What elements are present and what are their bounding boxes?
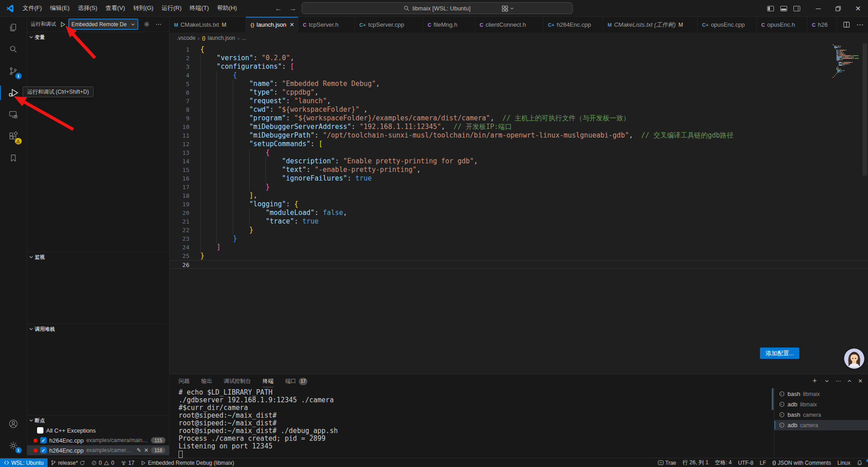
more-actions-icon[interactable]: ⋯ bbox=[856, 20, 863, 29]
window-minimize-button[interactable]: ─ bbox=[808, 0, 828, 17]
search-icon[interactable] bbox=[0, 38, 27, 60]
editor-tab[interactable]: CclientConnect.h bbox=[475, 17, 543, 33]
code-line[interactable]: 2"version": "0.2.0", bbox=[170, 54, 868, 62]
editor-tab[interactable]: MCMakeLists.txtM bbox=[170, 17, 246, 33]
remote-indicator[interactable]: WSL: Ubuntu bbox=[0, 458, 47, 467]
git-branch-status[interactable]: release* bbox=[47, 458, 88, 467]
menu-item[interactable]: 选择(S) bbox=[74, 2, 101, 14]
editor-tab[interactable]: MCMakeLists.txt (工作树)M bbox=[603, 17, 698, 33]
code-line[interactable]: 12"setupCommands": [ bbox=[170, 140, 868, 148]
code-line[interactable]: 26 bbox=[170, 260, 868, 269]
new-terminal-icon[interactable]: ＋ bbox=[811, 376, 818, 386]
breakpoint-row[interactable]: ✓h264Enc.cppexamples/camera/...✎✕118 bbox=[27, 445, 169, 455]
code-line[interactable]: 18], bbox=[170, 191, 868, 200]
code-line[interactable]: 9"program": "${workspaceFolder}/examples… bbox=[170, 114, 868, 123]
code-line[interactable]: 5"name": "Embedded Remote Debug", bbox=[170, 80, 868, 88]
code-line[interactable]: 20"moduleLoad": false, bbox=[170, 209, 868, 217]
editor-tab[interactable]: Ch26 bbox=[807, 17, 837, 33]
breadcrumb[interactable]: .vscode›{}launch.json›... bbox=[170, 33, 868, 43]
terminal-picker-chevron-icon[interactable] bbox=[825, 379, 829, 383]
code-line[interactable]: 4{ bbox=[170, 71, 868, 80]
code-line[interactable]: 6"type": "cppdbg", bbox=[170, 88, 868, 97]
editor-tab[interactable]: CopusEnc.h bbox=[757, 17, 807, 33]
breakpoint-checkbox[interactable]: ✓ bbox=[40, 437, 47, 443]
code-line[interactable]: 8"cwd": "${workspaceFolder}" , bbox=[170, 105, 868, 114]
exceptions-row[interactable]: All C++ Exceptions bbox=[27, 425, 169, 435]
code-line[interactable]: 22} bbox=[170, 226, 868, 234]
breadcrumb-item[interactable]: .vscode bbox=[177, 35, 195, 41]
menu-item[interactable]: 编辑(E) bbox=[46, 2, 74, 14]
breakpoint-checkbox[interactable]: ✓ bbox=[40, 447, 47, 453]
split-editor-icon[interactable] bbox=[843, 21, 850, 28]
minimap[interactable] bbox=[833, 44, 861, 80]
ports-status[interactable]: 17 bbox=[118, 458, 137, 467]
code-line[interactable]: 13{ bbox=[170, 148, 868, 157]
status-item[interactable]: 行 26, 列 1 bbox=[679, 458, 712, 467]
edit-breakpoint-icon[interactable]: ✎ bbox=[137, 447, 141, 453]
editor-tab[interactable]: {}launch.json✕ bbox=[246, 17, 298, 33]
code-line[interactable]: 7"request": "launch", bbox=[170, 97, 868, 105]
nav-forward-icon[interactable]: → bbox=[289, 5, 297, 13]
code-line[interactable]: 23} bbox=[170, 234, 868, 243]
exceptions-checkbox[interactable] bbox=[37, 427, 43, 434]
terminal-list-item[interactable]: adblibmaix bbox=[774, 399, 868, 410]
editor-tab[interactable]: C+h264Enc.cpp bbox=[543, 17, 603, 33]
close-panel-icon[interactable]: ✕ bbox=[858, 378, 863, 384]
breadcrumb-item[interactable]: ... bbox=[242, 35, 246, 41]
terminal-list-item[interactable]: bashlibmaix bbox=[774, 389, 868, 399]
sidebar-more-actions-icon[interactable]: ⋯ bbox=[156, 21, 161, 28]
status-item[interactable]: Linux bbox=[834, 458, 854, 467]
terminal-list-item[interactable]: bashcamera bbox=[774, 410, 868, 420]
bookmarks-icon[interactable] bbox=[0, 147, 27, 169]
panel-tab-终端[interactable]: 终端 bbox=[263, 374, 274, 387]
remove-breakpoint-icon[interactable]: ✕ bbox=[144, 447, 148, 453]
code-line[interactable]: 19"logging": { bbox=[170, 200, 868, 209]
debug-config-status[interactable]: Embedded Remote Debug (libmaix) bbox=[137, 458, 237, 467]
maximize-panel-icon[interactable] bbox=[847, 379, 852, 383]
status-item[interactable]: LF bbox=[756, 458, 769, 467]
menu-item[interactable]: 运行(R) bbox=[157, 2, 185, 14]
code-line[interactable]: 16"ignoreFailures": true bbox=[170, 174, 868, 183]
toggle-sidebar-icon[interactable] bbox=[767, 6, 774, 11]
breakpoints-header[interactable]: 断点 bbox=[27, 415, 169, 425]
menu-item[interactable]: 转到(G) bbox=[129, 2, 158, 14]
watch-header[interactable]: 监视 bbox=[27, 252, 169, 262]
menu-item[interactable]: 查看(V) bbox=[101, 2, 129, 14]
add-configuration-button[interactable]: 添加配置... bbox=[760, 348, 799, 359]
code-line[interactable]: 21"trace": true bbox=[170, 217, 868, 226]
editor-tab[interactable]: C+tcpServer.cpp bbox=[355, 17, 423, 33]
breadcrumb-item[interactable]: launch.json bbox=[208, 35, 236, 41]
account-icon[interactable] bbox=[0, 413, 27, 434]
status-item[interactable]: 空格: 4 bbox=[712, 458, 735, 467]
code-line[interactable]: 25} bbox=[170, 252, 868, 260]
window-close-button[interactable]: ✕ bbox=[848, 0, 868, 17]
call-stack-header[interactable]: 调用堆栈 bbox=[27, 324, 169, 334]
code-line[interactable]: 10"miDebuggerServerAddress": "192.168.1.… bbox=[170, 123, 868, 131]
panel-tab-输出[interactable]: 输出 bbox=[201, 374, 212, 387]
code-line[interactable]: 24] bbox=[170, 243, 868, 252]
start-debug-button[interactable] bbox=[60, 21, 66, 28]
editor-tab[interactable]: C+opusEnc.cpp bbox=[698, 17, 757, 33]
breakpoint-row[interactable]: ✓h264Enc.cppexamples/camera/main/src...1… bbox=[27, 435, 169, 445]
code-line[interactable]: 3"configurations": [ bbox=[170, 62, 868, 71]
editor-scrollbar[interactable] bbox=[863, 43, 867, 176]
code-line[interactable]: 14"description": "Enable pretty-printing… bbox=[170, 157, 868, 166]
problems-status[interactable]: 0 0 bbox=[88, 458, 117, 467]
panel-tab-问题[interactable]: 问题 bbox=[179, 374, 189, 387]
menu-item[interactable]: 文件(F) bbox=[19, 2, 46, 14]
editor-tab[interactable]: CfileMng.h bbox=[423, 17, 475, 33]
code-line[interactable]: 11"miDebuggerPath": "/opt/toolchain-sunx… bbox=[170, 131, 868, 140]
editor-tab[interactable]: CtcpServer.h bbox=[298, 17, 355, 33]
assistant-avatar[interactable] bbox=[844, 348, 864, 369]
menu-item[interactable]: 帮助(H) bbox=[213, 2, 241, 14]
source-control-icon[interactable]: 1 bbox=[0, 60, 27, 82]
terminal-scrollbar[interactable] bbox=[772, 387, 774, 458]
debug-settings-gear-icon[interactable] bbox=[143, 21, 150, 28]
remote-explorer-icon[interactable] bbox=[0, 104, 27, 125]
code-line[interactable]: 17} bbox=[170, 183, 868, 191]
notifications-bell[interactable] bbox=[854, 458, 868, 467]
code-editor[interactable]: 1{2"version": "0.2.0",3"configurations":… bbox=[170, 43, 868, 374]
menu-item[interactable]: 终端(T) bbox=[185, 2, 213, 14]
terminal-output[interactable]: # echo $LD_LIBRARY_PATH./gdbserver 192.1… bbox=[170, 387, 772, 458]
status-item[interactable]: {}JSON with Comments bbox=[769, 458, 834, 467]
